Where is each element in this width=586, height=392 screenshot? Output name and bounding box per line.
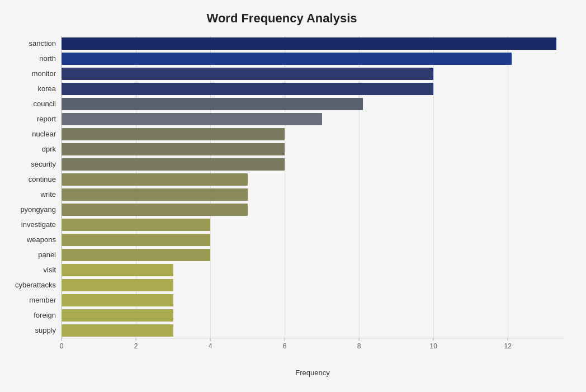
bar-fill — [62, 173, 248, 186]
bar-row: write — [62, 187, 564, 202]
bar-fill — [62, 37, 556, 50]
bar-fill — [62, 188, 248, 201]
bar-row: supply — [62, 323, 564, 338]
x-tick: 10 — [429, 338, 437, 350]
x-tick: 4 — [209, 338, 212, 350]
x-tick: 8 — [357, 338, 361, 350]
x-tick-mark — [359, 338, 360, 341]
x-axis: 024681012 Frequency — [62, 338, 564, 360]
bars-section: sanctionnorthmonitorkoreacouncilreportnu… — [62, 36, 564, 338]
bar-fill — [62, 219, 210, 231]
bar-track — [62, 173, 564, 186]
x-tick-label: 4 — [209, 342, 212, 350]
bar-track — [62, 83, 564, 95]
bar-row: report — [62, 111, 564, 126]
x-ticks-container: 024681012 — [62, 338, 564, 360]
bar-fill — [62, 83, 433, 95]
bar-row: continue — [62, 172, 564, 187]
bar-row: korea — [62, 81, 564, 96]
bar-label: korea — [0, 84, 62, 93]
bar-label: monitor — [0, 69, 62, 78]
bar-track — [62, 279, 564, 291]
bar-row: foreign — [62, 308, 564, 323]
bar-fill — [62, 249, 210, 261]
bar-label: north — [0, 54, 62, 63]
x-tick-label: 6 — [283, 342, 287, 350]
x-tick-mark — [433, 338, 434, 341]
bar-label: member — [0, 296, 62, 304]
bar-label: nuclear — [0, 130, 62, 138]
bar-track — [62, 53, 564, 65]
bar-row: weapons — [62, 232, 564, 247]
bar-label: panel — [0, 251, 62, 259]
bar-track — [62, 158, 564, 171]
bar-row: dprk — [62, 141, 564, 157]
chart-title: Word Frequency Analysis — [0, 11, 564, 26]
bar-fill — [62, 98, 363, 110]
bar-fill — [62, 143, 285, 155]
bar-fill — [62, 234, 210, 246]
bar-label: write — [0, 190, 62, 199]
bar-row: monitor — [62, 66, 564, 81]
bar-label: foreign — [0, 311, 62, 319]
bar-fill — [62, 53, 512, 65]
bar-track — [62, 324, 564, 337]
bar-label: report — [0, 115, 62, 123]
bar-row: member — [62, 292, 564, 308]
bar-row: visit — [62, 262, 564, 277]
bar-fill — [62, 264, 173, 276]
x-tick-mark — [62, 338, 62, 341]
bar-track — [62, 249, 564, 261]
bar-track — [62, 68, 564, 80]
bar-label: security — [0, 160, 62, 168]
bar-label: weapons — [0, 235, 62, 244]
bar-label: supply — [0, 326, 62, 334]
bar-fill — [62, 128, 285, 140]
bar-fill — [62, 279, 173, 291]
x-tick-label: 12 — [504, 342, 512, 350]
bar-label: dprk — [0, 145, 62, 153]
bar-fill — [62, 113, 322, 125]
bar-label: council — [0, 100, 62, 108]
bar-track — [62, 128, 564, 140]
bar-track — [62, 98, 564, 110]
x-tick-label: 0 — [60, 342, 64, 350]
bar-row: council — [62, 96, 564, 111]
bar-track — [62, 264, 564, 276]
bar-row: investigate — [62, 217, 564, 232]
bar-track — [62, 143, 564, 155]
bar-track — [62, 204, 564, 216]
bar-fill — [62, 204, 248, 216]
x-tick-mark — [285, 338, 285, 341]
bar-label: continue — [0, 175, 62, 183]
x-axis-title: Frequency — [62, 369, 564, 377]
bar-fill — [62, 68, 433, 80]
x-tick: 0 — [60, 338, 64, 350]
x-tick-label: 2 — [134, 342, 138, 350]
bar-row: pyongyang — [62, 202, 564, 217]
bar-row: panel — [62, 247, 564, 262]
bar-label: investigate — [0, 220, 62, 229]
x-tick-label: 8 — [357, 342, 361, 350]
x-tick: 2 — [134, 338, 138, 350]
bar-track — [62, 234, 564, 246]
bar-row: north — [62, 51, 564, 66]
bar-label: pyongyang — [0, 205, 62, 214]
x-tick-mark — [210, 338, 211, 341]
bar-fill — [62, 324, 173, 337]
bar-row: nuclear — [62, 126, 564, 141]
chart-container: Word Frequency Analysis sanctionnorthmon… — [0, 0, 586, 392]
bar-fill — [62, 294, 173, 306]
bar-row: cyberattacks — [62, 277, 564, 292]
bar-fill — [62, 309, 173, 322]
bar-track — [62, 219, 564, 231]
bar-track — [62, 294, 564, 306]
bar-track — [62, 188, 564, 201]
bar-fill — [62, 158, 285, 171]
bar-track — [62, 37, 564, 50]
bar-row: sanction — [62, 36, 564, 51]
chart-area: sanctionnorthmonitorkoreacouncilreportnu… — [62, 36, 564, 360]
x-tick-label: 10 — [429, 342, 437, 350]
bar-row: security — [62, 157, 564, 172]
bar-label: cyberattacks — [0, 281, 62, 289]
